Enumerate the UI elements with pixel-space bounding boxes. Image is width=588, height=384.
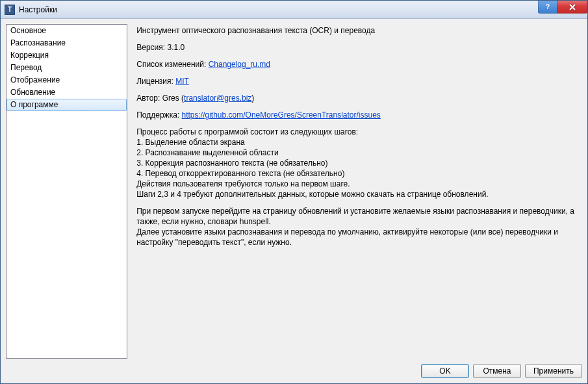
license-label: Лицензия: [136, 77, 173, 86]
sidebar-item-3[interactable]: Перевод [6, 62, 127, 74]
version-label: Версия: [136, 43, 165, 52]
changelog-link[interactable]: Changelog_ru.md [209, 60, 270, 69]
version-value: 3.1.0 [167, 43, 185, 52]
sidebar: ОсновноеРаспознаваниеКоррекцияПереводОто… [6, 24, 127, 359]
content: ОсновноеРаспознаваниеКоррекцияПереводОто… [6, 24, 582, 359]
about-description: Инструмент оптического распознавания тек… [136, 25, 580, 36]
app-icon: T [5, 5, 15, 15]
window-title: Настройки [19, 5, 57, 14]
close-button[interactable] [557, 1, 587, 14]
about-first-run: При первом запуске перейдите на страницу… [136, 206, 580, 248]
about-author: Автор: Gres (translator@gres.biz) [136, 93, 580, 103]
ok-button[interactable]: OK [421, 364, 469, 378]
help-icon: ? [544, 4, 551, 10]
about-version: Версия: 3.1.0 [136, 42, 580, 53]
author-email-link[interactable]: translator@gres.biz [184, 94, 251, 103]
help-button[interactable]: ? [538, 1, 557, 14]
sidebar-item-5[interactable]: Обновление [6, 86, 127, 99]
author-name: Gres [162, 94, 179, 103]
cancel-button[interactable]: Отмена [473, 364, 521, 378]
sidebar-item-2[interactable]: Коррекция [6, 49, 127, 62]
apply-button[interactable]: Применить [525, 364, 582, 378]
changelog-label: Список изменений: [136, 60, 206, 69]
close-icon [569, 4, 576, 10]
sidebar-item-4[interactable]: Отображение [6, 74, 127, 86]
support-link[interactable]: https://github.com/OneMoreGres/ScreenTra… [182, 110, 381, 120]
dialog-buttons: OK Отмена Применить [6, 359, 582, 378]
about-support: Поддержка: https://github.com/OneMoreGre… [136, 110, 580, 120]
settings-window: T Настройки ? ОсновноеРаспознаваниеКорре… [0, 0, 588, 384]
about-page: Инструмент оптического распознавания тек… [134, 24, 582, 359]
about-license: Лицензия: MIT [136, 76, 580, 86]
support-label: Поддержка: [136, 110, 179, 120]
author-label: Автор: [136, 94, 160, 103]
sidebar-item-0[interactable]: Основное [6, 25, 127, 37]
sidebar-item-1[interactable]: Распознавание [6, 37, 127, 49]
about-changelog: Список изменений: Changelog_ru.md [136, 59, 580, 70]
license-link[interactable]: MIT [175, 77, 189, 86]
titlebar: T Настройки ? [1, 1, 587, 19]
client-area: ОсновноеРаспознаваниеКоррекцияПереводОто… [1, 19, 587, 383]
svg-text:?: ? [546, 4, 550, 10]
sidebar-item-6[interactable]: О программе [6, 99, 127, 111]
window-buttons: ? [538, 1, 587, 14]
about-steps: Процесс работы с программой состоит из с… [136, 127, 580, 199]
